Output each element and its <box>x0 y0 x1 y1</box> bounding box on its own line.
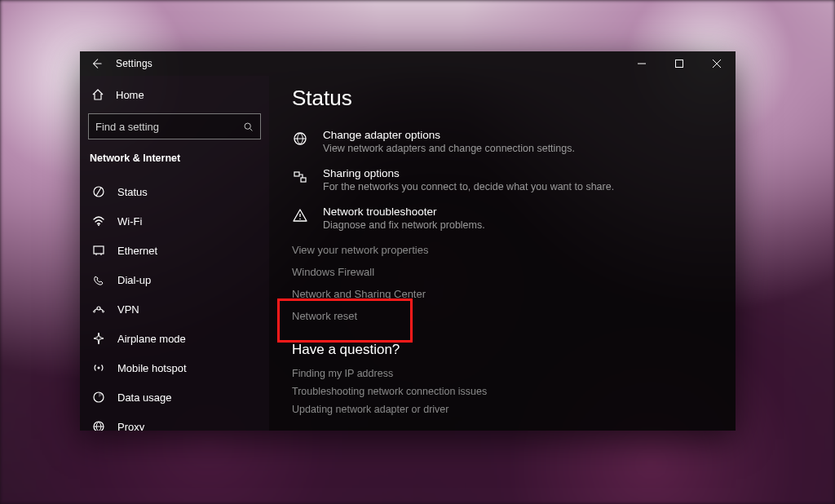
sidebar-item-ethernet[interactable]: Ethernet <box>88 237 261 263</box>
svg-point-4 <box>98 224 99 226</box>
titlebar: Settings <box>80 51 736 76</box>
option-desc: Diagnose and fix network problems. <box>323 219 485 231</box>
svg-rect-14 <box>301 178 306 182</box>
sidebar-item-dialup[interactable]: Dial-up <box>88 267 261 293</box>
option-label: Change adapter options <box>323 129 575 141</box>
settings-links: View your network propertiesWindows Fire… <box>292 244 719 322</box>
svg-rect-5 <box>94 246 104 254</box>
status-icon <box>91 185 106 198</box>
airplane-icon <box>91 332 106 345</box>
help-links: Finding my IP addressTroubleshooting net… <box>292 368 719 415</box>
search-placeholder: Find a setting <box>95 121 243 133</box>
home-icon <box>91 88 104 101</box>
sidebar-item-hotspot[interactable]: Mobile hotspot <box>88 355 261 381</box>
sharing-icon <box>292 167 310 192</box>
window-controls <box>623 51 736 76</box>
sidebar-item-label: Data usage <box>117 391 172 404</box>
setting-option[interactable]: Change adapter optionsView network adapt… <box>292 129 719 154</box>
sidebar-item-wifi[interactable]: Wi-Fi <box>88 208 261 234</box>
dialup-icon <box>91 273 106 286</box>
help-link[interactable]: Updating network adapter or driver <box>292 404 719 415</box>
page-title: Status <box>292 86 719 111</box>
sidebar-item-label: Proxy <box>117 421 144 431</box>
svg-rect-13 <box>294 172 299 176</box>
svg-point-1 <box>245 123 250 129</box>
settings-link[interactable]: Network reset <box>292 310 719 322</box>
settings-options: Change adapter optionsView network adapt… <box>292 129 719 231</box>
sidebar-item-label: Dial-up <box>117 274 151 286</box>
home-nav[interactable]: Home <box>88 81 261 108</box>
window-title: Settings <box>116 58 152 69</box>
setting-option[interactable]: Network troubleshooterDiagnose and fix n… <box>292 206 719 231</box>
setting-option[interactable]: Sharing optionsFor the networks you conn… <box>292 167 719 192</box>
sidebar-item-airplane[interactable]: Airplane mode <box>88 325 261 351</box>
svg-rect-0 <box>676 60 683 68</box>
settings-link[interactable]: Network and Sharing Center <box>292 288 719 300</box>
settings-window: Settings Home Find a setting <box>80 51 736 431</box>
back-arrow-icon <box>91 58 102 69</box>
sidebar-item-label: Wi-Fi <box>117 215 142 228</box>
svg-point-8 <box>103 311 104 312</box>
sidebar-item-proxy[interactable]: Proxy <box>88 413 261 431</box>
svg-point-9 <box>98 367 100 369</box>
option-label: Network troubleshooter <box>323 206 485 218</box>
option-desc: View network adapters and change connect… <box>323 143 575 154</box>
sidebar-item-label: Airplane mode <box>117 333 186 345</box>
warn-icon <box>292 206 310 231</box>
close-button[interactable] <box>698 51 736 76</box>
sidebar-item-status[interactable]: Status <box>88 179 261 205</box>
option-label: Sharing options <box>323 167 614 179</box>
window-body: Home Find a setting Network & Internet S… <box>80 76 736 431</box>
hotspot-icon <box>91 361 106 374</box>
svg-point-16 <box>299 219 301 220</box>
sidebar-nav: StatusWi-FiEthernetDial-upVPNAirplane mo… <box>88 179 261 431</box>
home-label: Home <box>116 89 144 101</box>
sidebar-section-title: Network & Internet <box>88 153 261 164</box>
data-icon <box>91 391 106 404</box>
option-desc: For the networks you connect to, decide … <box>323 181 614 192</box>
sidebar-item-data[interactable]: Data usage <box>88 384 261 410</box>
ethernet-icon <box>91 244 106 257</box>
sidebar: Home Find a setting Network & Internet S… <box>80 76 269 431</box>
sidebar-item-label: Mobile hotspot <box>117 362 187 374</box>
settings-link[interactable]: Windows Firewall <box>292 266 719 278</box>
svg-point-7 <box>94 311 95 312</box>
vpn-icon <box>91 303 106 316</box>
search-icon <box>243 122 254 132</box>
help-link[interactable]: Finding my IP address <box>292 368 719 379</box>
help-link[interactable]: Troubleshooting network connection issue… <box>292 386 719 397</box>
sidebar-item-label: VPN <box>117 303 139 316</box>
globe-icon <box>292 129 310 154</box>
back-button[interactable] <box>88 55 104 72</box>
settings-link[interactable]: View your network properties <box>292 244 719 256</box>
svg-line-3 <box>96 188 101 196</box>
sidebar-item-label: Ethernet <box>117 245 157 257</box>
minimize-button[interactable] <box>623 51 660 76</box>
help-heading: Have a question? <box>292 342 719 358</box>
search-input[interactable]: Find a setting <box>88 113 261 139</box>
wifi-icon <box>91 214 106 228</box>
maximize-button[interactable] <box>660 51 698 76</box>
main-content: Status Change adapter optionsView networ… <box>269 76 736 431</box>
proxy-icon <box>91 420 106 431</box>
sidebar-item-vpn[interactable]: VPN <box>88 296 261 322</box>
sidebar-item-label: Status <box>117 186 148 198</box>
svg-point-6 <box>97 307 100 310</box>
